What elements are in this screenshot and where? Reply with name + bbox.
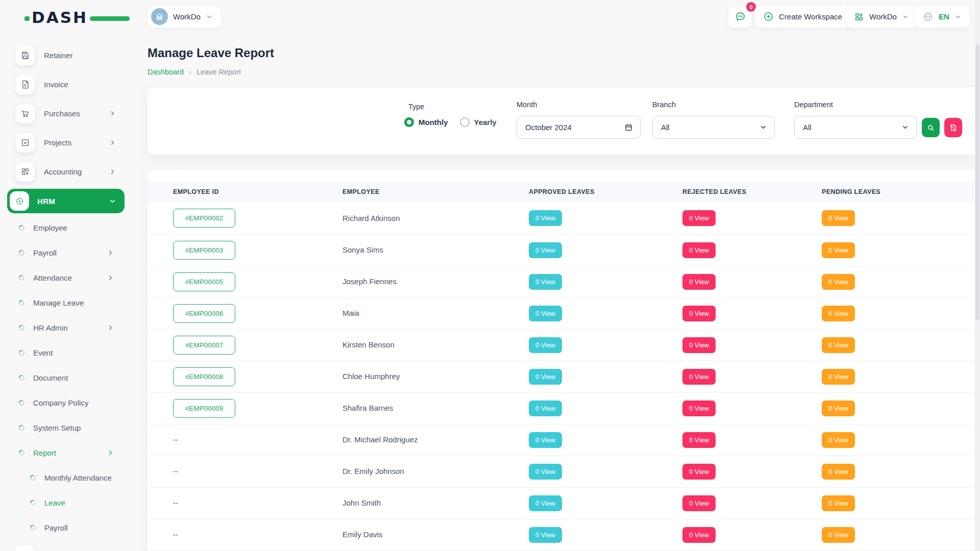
language-selector[interactable]: EN [914,5,970,28]
search-icon [926,123,935,132]
scrollbar-thumb[interactable] [975,45,979,320]
pending-leaves-view-badge[interactable]: 0 View [822,306,855,321]
employee-id-button[interactable]: #EMP00005 [173,272,235,291]
sidebar-item-retainer[interactable]: Retainer [0,41,135,70]
workspace-menu-button[interactable]: WorkDo [845,5,918,28]
rejected-leaves-view-badge[interactable]: 0 View [682,306,716,321]
employee-id-button[interactable]: #EMP00007 [173,336,235,355]
monthly-radio[interactable] [404,117,414,127]
workspace-name: WorkDo [173,12,201,21]
sidebar-item-invoice[interactable]: Invoice [0,70,135,99]
employee-id-button[interactable]: #EMP00002 [173,209,235,228]
sidebar-item-document[interactable]: Document [0,365,135,390]
pending-leaves-view-badge[interactable]: 0 View [822,242,855,258]
month-input[interactable]: October 2024 [517,116,641,139]
table-row: #EMP00003Sonya Sims0 View0 View0 View [148,234,978,266]
pending-leaves-view-badge[interactable]: 0 View [822,274,855,290]
pending-leaves-view-badge[interactable]: 0 View [822,432,855,448]
sidebar-item-report[interactable]: Report [0,440,135,465]
sidebar-item-pos[interactable]: POS [0,540,135,551]
rejected-leaves-view-badge[interactable]: 0 View [682,432,716,448]
pending-leaves-view-badge[interactable]: 0 View [822,400,855,416]
app-logo[interactable]: DASH [32,8,108,27]
sidebar-item-system-setup[interactable]: System Setup [0,415,135,440]
rejected-leaves-view-badge[interactable]: 0 View [682,527,716,543]
grid-plus-icon [854,12,864,22]
bullet-icon [29,524,37,532]
employee-id-button[interactable]: #EMP00006 [173,304,235,323]
workspace-selector[interactable]: WorkDo [147,5,222,28]
sidebar-item-manage-leave[interactable]: Manage Leave [0,290,135,315]
rejected-leaves-view-badge[interactable]: 0 View [682,400,716,416]
chevron-right-icon [109,139,116,146]
rejected-leaves-view-badge[interactable]: 0 View [682,337,716,353]
employee-id-button[interactable]: #EMP00009 [173,399,235,418]
employee-name: Joseph Fiennes [342,277,397,286]
employee-name: Dr. Michael Rodriguez [342,435,418,444]
search-button[interactable] [922,118,940,137]
sidebar-item-attendance[interactable]: Attendance [0,265,135,290]
pending-leaves-view-badge[interactable]: 0 View [822,527,855,543]
employee-name: Sonya Sims [342,245,383,254]
rejected-leaves-view-badge[interactable]: 0 View [682,369,716,385]
sidebar-item-payroll[interactable]: Payroll [0,240,135,265]
approved-leaves-view-badge[interactable]: 0 View [529,400,562,416]
sidebar-item-hr-admin[interactable]: HR Admin [0,315,135,340]
rejected-leaves-view-badge[interactable]: 0 View [682,210,716,226]
rejected-leaves-view-badge[interactable]: 0 View [682,242,716,258]
sidebar-item-label: Payroll [44,523,135,532]
employee-id-button[interactable]: #EMP00003 [173,241,235,260]
sidebar-item-hrm[interactable]: HRM [7,189,125,213]
monthly-radio-label[interactable]: Monthly [419,118,448,127]
approved-leaves-view-badge[interactable]: 0 View [529,432,562,448]
pending-leaves-view-badge[interactable]: 0 View [822,369,855,385]
branch-select[interactable]: All [652,116,775,139]
bullet-icon [18,274,26,282]
approved-leaves-view-badge[interactable]: 0 View [529,495,562,511]
reset-filter-button[interactable] [944,118,962,137]
approved-leaves-view-badge[interactable]: 0 View [529,210,562,226]
sidebar-item-projects[interactable]: Projects [0,128,135,157]
create-workspace-label: Create Workspace [779,12,842,21]
yearly-radio-label[interactable]: Yearly [474,118,497,127]
sidebar-item-label: System Setup [33,423,135,432]
approved-leaves-view-badge[interactable]: 0 View [529,242,562,258]
department-select[interactable]: All [794,116,917,139]
pending-leaves-view-badge[interactable]: 0 View [822,337,855,353]
approved-leaves-view-badge[interactable]: 0 View [529,274,562,290]
approved-leaves-view-badge[interactable]: 0 View [529,337,562,353]
pending-leaves-view-badge[interactable]: 0 View [822,210,855,226]
rejected-leaves-view-badge[interactable]: 0 View [682,464,716,480]
employee-name: Maia [342,309,359,317]
chevron-right-icon [107,274,114,282]
rejected-leaves-view-badge[interactable]: 0 View [682,495,716,511]
sidebar-item-label: Document [33,373,135,382]
approved-leaves-view-badge[interactable]: 0 View [529,369,562,385]
sidebar-item-event[interactable]: Event [0,340,135,365]
sidebar-item-label: Employee [33,223,135,232]
yearly-radio[interactable] [460,117,470,127]
page-scrollbar[interactable] [975,0,980,551]
sidebar-item-monthly-attendance[interactable]: Monthly Attendance [0,465,135,490]
breadcrumb-dashboard-link[interactable]: Dashboard [148,68,184,76]
sidebar-item-purchases[interactable]: Purchases [0,99,135,128]
table-row: #EMP00007Kirsten Benson0 View0 View0 Vie… [148,329,978,361]
sidebar-item-leave[interactable]: Leave [0,490,135,515]
messages-button[interactable]: 0 [728,5,752,28]
rejected-leaves-view-badge[interactable]: 0 View [682,274,716,290]
sidebar-item-employee[interactable]: Employee [0,215,135,240]
sidebar-item-label: Projects [44,138,100,147]
sidebar-item-accounting[interactable]: Accounting [0,157,135,186]
create-workspace-button[interactable]: Create Workspace [754,5,851,28]
sidebar-item-company-policy[interactable]: Company Policy [0,390,135,415]
pending-leaves-view-badge[interactable]: 0 View [822,464,855,480]
employee-id-button[interactable]: #EMP00008 [173,367,235,386]
approved-leaves-view-badge[interactable]: 0 View [529,306,562,321]
approved-leaves-view-badge[interactable]: 0 View [529,464,562,480]
approved-leaves-view-badge[interactable]: 0 View [529,527,562,543]
bullet-icon [18,374,26,382]
sidebar-item-label: Attendance [33,273,98,282]
table-row: #EMP00008Chloe Humphrey0 View0 View0 Vie… [148,361,978,392]
pending-leaves-view-badge[interactable]: 0 View [822,495,855,511]
sidebar-item-payroll[interactable]: Payroll [0,515,135,540]
